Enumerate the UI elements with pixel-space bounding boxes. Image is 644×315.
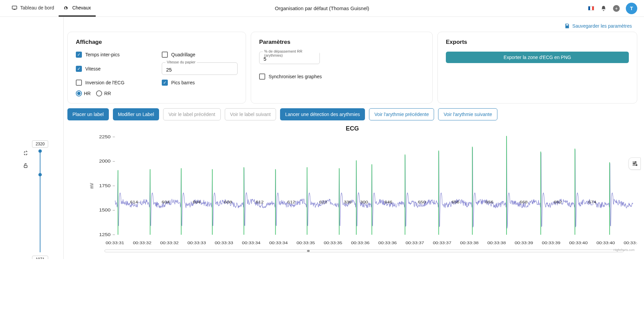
svg-text:00:33:35: 00:33:35 [324, 241, 342, 245]
dashboard-icon [11, 5, 18, 11]
language-flag-fr[interactable] [588, 6, 594, 10]
svg-point-68 [634, 163, 635, 164]
svg-text:1500: 1500 [99, 208, 111, 212]
checkbox-peak-bars[interactable] [162, 80, 168, 86]
nav-tab-dashboard[interactable]: Tableau de bord [7, 0, 59, 17]
svg-text:622: 622 [319, 200, 327, 204]
add-button[interactable]: + [613, 5, 620, 12]
label-grid: Quadrillage [171, 52, 195, 57]
y-range-slider[interactable] [40, 151, 40, 252]
label-sync: Synchroniser les graphes [269, 74, 322, 79]
save-settings-link[interactable]: Sauvegarder les paramètres [564, 23, 632, 29]
avatar[interactable]: T [626, 3, 637, 14]
prev-arrhythmia-button[interactable]: Voir l'arythmie précédente [369, 108, 434, 120]
save-settings-label: Sauvegarder les paramètres [572, 23, 632, 29]
svg-text:668: 668 [520, 200, 527, 204]
svg-text:00:33:34: 00:33:34 [269, 241, 288, 245]
y-slider-top-handle[interactable] [38, 149, 42, 153]
sliders-icon [632, 161, 638, 167]
label-invert: Inversion de l'ECG [85, 80, 124, 85]
svg-text:00:33:38: 00:33:38 [487, 241, 506, 245]
svg-text:00:33:33: 00:33:33 [215, 241, 233, 245]
svg-text:00:33:32: 00:33:32 [160, 241, 179, 245]
svg-text:00:33:35: 00:33:35 [297, 241, 315, 245]
svg-text:00:33:33: 00:33:33 [187, 241, 206, 245]
radio-rr[interactable] [96, 90, 102, 96]
ecg-chart[interactable]: 12501500175020002250mV00:33:3100:33:3200… [67, 134, 637, 248]
svg-text:00:33:39: 00:33:39 [515, 241, 533, 245]
radio-hr[interactable] [76, 90, 82, 96]
place-label-button[interactable]: Placer un label [67, 108, 109, 120]
panel-params: Paramètres % de dépassement RR (arythmie… [251, 32, 433, 104]
checkbox-grid[interactable] [162, 52, 168, 58]
svg-text:300: 300 [360, 200, 368, 204]
label-interpeak: Temps inter-pics [85, 52, 120, 57]
svg-text:2000: 2000 [99, 159, 111, 164]
svg-text:00:33:40: 00:33:40 [569, 241, 588, 245]
label-peak-bars: Pics barres [171, 80, 195, 85]
checkbox-interpeak[interactable] [76, 52, 82, 58]
svg-text:650: 650 [418, 200, 426, 204]
svg-text:604: 604 [193, 200, 201, 204]
label-rr: RR [104, 91, 111, 96]
svg-text:656: 656 [486, 200, 493, 204]
panel-exports: Exports Exporter la zone d'ECG en PNG [437, 32, 637, 104]
checkbox-sync[interactable] [259, 74, 265, 80]
rr-overshoot-field[interactable]: % de dépassement RR (arythmies) [259, 52, 320, 64]
floating-settings-button[interactable] [628, 158, 641, 170]
notifications-icon[interactable] [600, 5, 607, 12]
paper-speed-input[interactable] [166, 67, 233, 73]
collapse-icon[interactable] [23, 150, 29, 156]
org-title: Organisation par défaut (Thomas Guisnel) [275, 5, 369, 11]
panel-display: Affichage Temps inter-pics Quadrillage V… [67, 32, 246, 104]
svg-text:00:33:37: 00:33:37 [406, 241, 424, 245]
chart-title: ECG [67, 125, 637, 132]
svg-rect-0 [12, 6, 17, 9]
svg-text:1250: 1250 [99, 233, 111, 237]
chart-x-scrollbar[interactable] [104, 250, 624, 252]
svg-text:00:33:32: 00:33:32 [133, 241, 151, 245]
topbar: Tableau de bord Chevaux Organisation par… [0, 0, 644, 17]
prev-label-button[interactable]: Voir le label précédent [163, 108, 221, 120]
lock-icon[interactable] [23, 163, 29, 169]
paper-speed-floating-label: Vitesse du papier [165, 60, 197, 64]
y-upper-value[interactable]: 2320 [32, 140, 49, 148]
svg-text:00:33:39: 00:33:39 [542, 241, 560, 245]
svg-text:00:33:36: 00:33:36 [378, 241, 397, 245]
paper-speed-field[interactable]: Vitesse du papier [162, 62, 238, 75]
checkbox-invert[interactable] [76, 80, 82, 86]
svg-text:1750: 1750 [99, 184, 111, 188]
detect-arrhythmia-button[interactable]: Lancer une détection des arythmies [280, 108, 365, 120]
svg-text:00:33:36: 00:33:36 [351, 241, 370, 245]
svg-text:614: 614 [130, 200, 138, 204]
svg-text:330: 330 [344, 200, 351, 204]
svg-text:00:33:31: 00:33:31 [106, 241, 124, 245]
next-label-button[interactable]: Voir le label suivant [225, 108, 276, 120]
panel-display-title: Affichage [76, 39, 238, 46]
svg-text:00:33:37: 00:33:37 [433, 241, 451, 245]
svg-text:612: 612 [287, 200, 295, 204]
nav-tab-horses[interactable]: Chevaux [59, 0, 95, 17]
checkbox-speed[interactable] [76, 66, 82, 72]
nav-tab-dashboard-label: Tableau de bord [20, 5, 54, 10]
modify-label-button[interactable]: Modifier un Label [113, 108, 159, 120]
label-hr: HR [84, 91, 91, 96]
svg-text:608: 608 [224, 200, 232, 204]
y-slider-bottom-handle[interactable] [38, 173, 42, 176]
label-speed: Vitesse [85, 66, 101, 71]
svg-text:mV: mV [89, 183, 95, 189]
y-lower-value[interactable]: 1071 [32, 256, 49, 259]
next-arrhythmia-button[interactable]: Voir l'arythmie suivante [438, 108, 497, 120]
chart-x-scrollbar-thumb[interactable] [307, 250, 310, 252]
panel-params-title: Paramètres [259, 39, 424, 46]
svg-point-67 [635, 162, 636, 163]
export-png-button[interactable]: Exporter la zone d'ECG en PNG [446, 52, 629, 63]
svg-point-1 [66, 7, 67, 8]
panel-exports-title: Exports [446, 39, 629, 46]
svg-text:00:33:40: 00:33:40 [596, 241, 615, 245]
rr-overshoot-floating-label: % de dépassement RR (arythmies) [263, 49, 319, 57]
chart-credit: Highcharts.com [613, 248, 635, 252]
svg-text:00:33:34: 00:33:34 [242, 241, 260, 245]
svg-text:674: 674 [588, 200, 596, 204]
horse-icon [63, 5, 69, 11]
